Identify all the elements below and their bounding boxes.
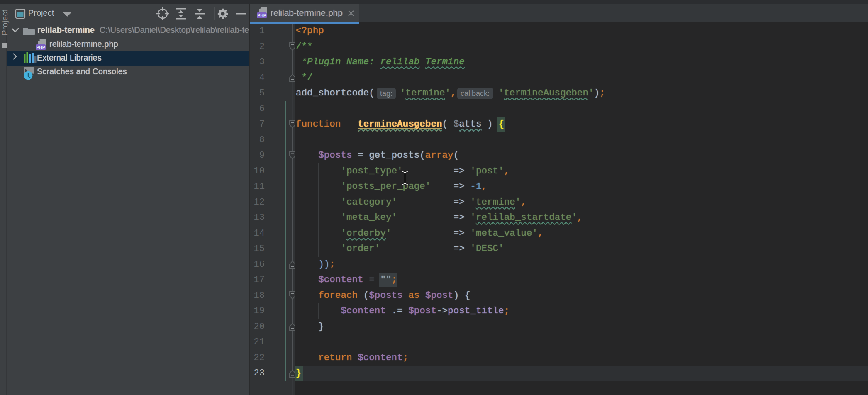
svg-text:PHP: PHP xyxy=(36,45,45,50)
svg-text:PHP: PHP xyxy=(257,13,266,18)
